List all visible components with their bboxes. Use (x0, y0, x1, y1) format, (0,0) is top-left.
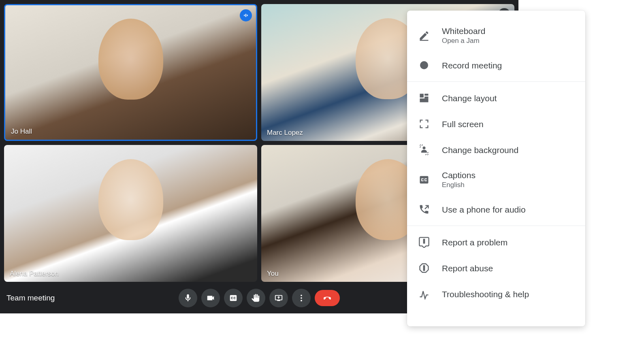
report-problem-icon (418, 236, 430, 248)
menu-item-text: Report abuse (442, 263, 576, 273)
menu-title: Use a phone for audio (442, 204, 576, 215)
raise-hand-icon (252, 294, 260, 302)
controls-group (179, 289, 340, 307)
svg-rect-1 (245, 14, 246, 17)
meeting-name-label: Team meeting (6, 294, 55, 302)
more-options-button[interactable] (292, 289, 311, 307)
menu-divider (407, 81, 585, 82)
menu-item-troubleshooting[interactable]: Troubleshooting & help (407, 281, 585, 307)
menu-title: Report abuse (442, 263, 576, 273)
menu-item-text: Captions English (442, 170, 576, 189)
menu-item-report-problem[interactable]: Report a problem (407, 229, 585, 255)
whiteboard-icon (418, 30, 430, 41)
menu-title: Report a problem (442, 237, 576, 247)
svg-point-3 (301, 295, 302, 296)
record-icon (418, 60, 430, 71)
svg-rect-6 (420, 40, 429, 40)
present-icon (274, 294, 283, 302)
troubleshooting-icon (418, 288, 430, 300)
menu-item-fullscreen[interactable]: Full screen (407, 111, 585, 137)
menu-title: Change layout (442, 93, 576, 103)
menu-item-text: Full screen (442, 119, 576, 129)
layout-icon (418, 92, 430, 104)
svg-point-4 (301, 297, 302, 299)
participant-name-label: You (267, 270, 279, 278)
hangup-button[interactable] (315, 290, 340, 306)
fullscreen-icon (418, 118, 430, 130)
svg-rect-2 (247, 15, 248, 16)
menu-item-text: Change layout (442, 93, 576, 103)
menu-item-text: Troubleshooting & help (442, 289, 576, 299)
menu-item-change-layout[interactable]: Change layout (407, 85, 585, 111)
menu-title: Whiteboard (442, 26, 576, 36)
svg-rect-14 (424, 266, 424, 269)
toggle-camera-button[interactable] (201, 289, 220, 307)
toggle-mic-button[interactable] (179, 289, 197, 307)
menu-subtitle: English (442, 181, 576, 189)
hangup-icon (322, 293, 333, 303)
menu-title: Change background (442, 145, 576, 155)
menu-title: Record meeting (442, 60, 576, 70)
mic-icon (183, 294, 192, 302)
svg-rect-9 (424, 97, 428, 99)
svg-rect-10 (420, 98, 429, 102)
menu-item-report-abuse[interactable]: Report abuse (407, 255, 585, 281)
svg-rect-13 (424, 243, 424, 244)
svg-point-11 (423, 147, 426, 149)
change-background-icon (418, 144, 430, 155)
svg-rect-12 (424, 239, 424, 242)
menu-item-change-background[interactable]: Change background (407, 137, 585, 163)
menu-item-text: Change background (442, 145, 576, 155)
participant-tile-jo-hall[interactable]: Jo Hall (4, 4, 257, 141)
captions-icon (418, 174, 430, 185)
present-screen-button[interactable] (269, 289, 288, 307)
menu-title: Captions (442, 170, 576, 180)
participant-tile-alena-patterson[interactable]: Alena Patterson (4, 145, 257, 282)
menu-item-text: Record meeting (442, 60, 576, 70)
participant-name-label: Marc Lopez (267, 129, 303, 137)
menu-item-phone-audio[interactable]: Use a phone for audio (407, 196, 585, 222)
menu-item-whiteboard[interactable]: Whiteboard Open a Jam (407, 19, 585, 52)
captions-icon (229, 294, 238, 302)
participant-video (98, 19, 163, 100)
svg-rect-15 (424, 270, 424, 270)
menu-item-captions[interactable]: Captions English (407, 163, 585, 196)
menu-item-text: Whiteboard Open a Jam (442, 26, 576, 45)
svg-rect-0 (244, 15, 245, 16)
participant-video (98, 159, 163, 240)
participant-name-label: Alena Patterson (10, 270, 59, 278)
toggle-captions-button[interactable] (224, 289, 243, 307)
more-options-menu: Whiteboard Open a Jam Record meeting Cha… (407, 11, 585, 326)
camera-icon (206, 294, 215, 302)
phone-audio-icon (418, 204, 430, 215)
svg-rect-8 (424, 94, 428, 96)
svg-point-5 (301, 300, 302, 302)
menu-item-record[interactable]: Record meeting (407, 52, 585, 78)
svg-rect-7 (420, 94, 424, 98)
menu-item-text: Report a problem (442, 237, 576, 247)
more-vert-icon (297, 294, 306, 302)
menu-title: Troubleshooting & help (442, 289, 576, 299)
participant-name-label: Jo Hall (11, 128, 32, 136)
raise-hand-button[interactable] (247, 289, 265, 307)
menu-item-text: Use a phone for audio (442, 204, 576, 215)
report-abuse-icon (418, 262, 430, 274)
menu-title: Full screen (442, 119, 576, 129)
menu-subtitle: Open a Jam (442, 37, 576, 45)
menu-divider (407, 226, 585, 226)
speaking-indicator-icon (240, 9, 252, 21)
